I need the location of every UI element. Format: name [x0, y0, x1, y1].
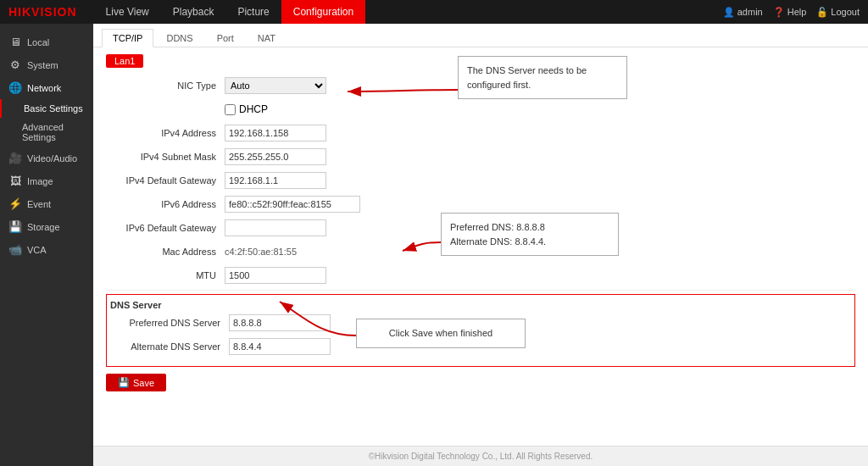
- nav-items: Live View Playback Picture Configuration: [94, 0, 723, 24]
- mtu-input[interactable]: [225, 267, 326, 284]
- tab-tcpip[interactable]: TCP/IP: [102, 29, 153, 47]
- admin-label: admin: [737, 7, 763, 17]
- dhcp-checkbox[interactable]: [225, 104, 236, 115]
- event-icon: ⚡: [8, 197, 22, 210]
- local-icon: 🖥: [8, 36, 22, 48]
- footer-text: ©Hikvision Digital Technology Co., Ltd. …: [369, 452, 593, 461]
- top-right: 👤 admin ❓ Help 🔓 Logout: [723, 7, 860, 18]
- ipv4-gateway-label: IPv4 Default Gateway: [106, 175, 225, 186]
- save-icon: 💾: [118, 377, 130, 388]
- dns-section-title: DNS Server: [110, 300, 846, 310]
- ipv4-gateway-input[interactable]: [225, 172, 326, 189]
- nic-type-select[interactable]: Auto: [225, 77, 326, 94]
- sidebar-label-image: Image: [27, 176, 53, 186]
- sidebar-label-vca: VCA: [27, 245, 47, 255]
- mac-address-value: c4:2f:50:ae:81:55: [225, 247, 297, 257]
- nav-picture[interactable]: Picture: [225, 0, 281, 24]
- sidebar-label-storage: Storage: [27, 222, 60, 232]
- sidebar-item-system[interactable]: ⚙ System: [0, 53, 93, 76]
- vca-icon: 📹: [8, 243, 22, 256]
- nav-playback[interactable]: Playback: [161, 0, 226, 24]
- preferred-dns-label: Preferred DNS Server: [110, 318, 229, 328]
- save-button[interactable]: 💾 Save: [106, 374, 166, 391]
- main-layout: 🖥 Local ⚙ System 🌐 Network Basic Setting…: [0, 24, 868, 466]
- callout-dns-first: The DNS Server needs to beconfigured fir…: [458, 56, 627, 99]
- tab-ddns[interactable]: DDNS: [155, 29, 203, 47]
- image-icon: 🖼: [8, 175, 22, 187]
- mtu-label: MTU: [106, 270, 225, 280]
- logout-label: Logout: [831, 7, 860, 17]
- alternate-dns-label: Alternate DNS Server: [110, 341, 229, 352]
- sidebar-item-video-audio[interactable]: 🎥 Video/Audio: [0, 147, 93, 169]
- main-content: TCP/IP DDNS Port NAT Lan1 NIC Type Auto …: [93, 24, 868, 466]
- preferred-dns-input[interactable]: [229, 314, 331, 331]
- ipv4-address-row: IPv4 Address: [106, 124, 855, 142]
- content-area: Lan1 NIC Type Auto DHCP IPv4 Address: [93, 47, 868, 446]
- lan-button[interactable]: Lan1: [106, 54, 143, 68]
- storage-icon: 💾: [8, 220, 22, 233]
- ipv6-address-label: IPv6 Address: [106, 199, 225, 209]
- sidebar-label-network: Network: [27, 83, 61, 93]
- tab-port[interactable]: Port: [206, 29, 245, 47]
- dhcp-row: DHCP: [106, 100, 855, 119]
- logo: HIKVISION: [8, 5, 77, 19]
- nav-configuration[interactable]: Configuration: [281, 0, 365, 24]
- help-label: Help: [787, 7, 807, 17]
- admin-item[interactable]: 👤 admin: [723, 7, 763, 18]
- top-nav: HIKVISION Live View Playback Picture Con…: [0, 0, 868, 24]
- alternate-dns-input[interactable]: [229, 338, 331, 355]
- ipv6-gateway-input[interactable]: [225, 219, 326, 236]
- sidebar-label-local: Local: [27, 37, 49, 47]
- tabs: TCP/IP DDNS Port NAT: [93, 24, 868, 47]
- nav-live-view[interactable]: Live View: [94, 0, 161, 24]
- callout-dns-first-text: The DNS Server needs to beconfigured fir…: [467, 65, 587, 90]
- ipv4-gateway-row: IPv4 Default Gateway: [106, 171, 855, 190]
- user-icon: 👤: [723, 7, 735, 18]
- sidebar-item-vca[interactable]: 📹 VCA: [0, 238, 93, 261]
- nic-type-label: NIC Type: [106, 80, 225, 91]
- sidebar-label-system: System: [27, 60, 58, 70]
- mtu-row: MTU: [106, 266, 855, 285]
- ipv4-subnet-row: IPv4 Subnet Mask: [106, 147, 855, 166]
- tab-nat[interactable]: NAT: [247, 29, 287, 47]
- ipv4-subnet-input[interactable]: [225, 148, 326, 165]
- help-icon: ❓: [773, 7, 785, 18]
- sidebar-item-storage[interactable]: 💾 Storage: [0, 215, 93, 238]
- ipv4-address-input[interactable]: [225, 125, 326, 141]
- ipv4-address-label: IPv4 Address: [106, 128, 225, 138]
- callout-dns-values: Preferred DNS: 8.8.8.8Alternate DNS: 8.8…: [441, 213, 619, 256]
- sidebar: 🖥 Local ⚙ System 🌐 Network Basic Setting…: [0, 24, 93, 466]
- footer: ©Hikvision Digital Technology Co., Ltd. …: [93, 446, 868, 466]
- network-icon: 🌐: [8, 81, 22, 94]
- ipv6-address-input[interactable]: [225, 196, 360, 213]
- ipv4-subnet-label: IPv4 Subnet Mask: [106, 152, 225, 162]
- help-item[interactable]: ❓ Help: [773, 7, 807, 18]
- sidebar-item-network[interactable]: 🌐 Network: [0, 76, 93, 99]
- sidebar-sub-basic-settings[interactable]: Basic Settings: [0, 99, 93, 118]
- callout-save-text: Click Save when finished: [389, 328, 492, 338]
- logout-icon: 🔓: [816, 7, 828, 18]
- callout-dns-values-text: Preferred DNS: 8.8.8.8Alternate DNS: 8.8…: [450, 222, 546, 247]
- callout-save: Click Save when finished: [356, 319, 526, 348]
- system-icon: ⚙: [8, 58, 22, 71]
- video-audio-icon: 🎥: [8, 152, 22, 164]
- mac-address-label: Mac Address: [106, 247, 225, 257]
- sidebar-label-event: Event: [27, 199, 51, 209]
- save-label: Save: [133, 378, 154, 388]
- sidebar-item-image[interactable]: 🖼 Image: [0, 169, 93, 192]
- ipv6-address-row: IPv6 Address: [106, 195, 855, 214]
- sidebar-item-event[interactable]: ⚡ Event: [0, 192, 93, 215]
- ipv6-gateway-label: IPv6 Default Gateway: [106, 223, 225, 233]
- dhcp-label: DHCP: [239, 103, 268, 115]
- sidebar-label-video-audio: Video/Audio: [27, 153, 77, 164]
- logout-item[interactable]: 🔓 Logout: [816, 7, 860, 18]
- sidebar-item-local[interactable]: 🖥 Local: [0, 31, 93, 53]
- sidebar-sub-advanced-settings[interactable]: Advanced Settings: [0, 118, 93, 147]
